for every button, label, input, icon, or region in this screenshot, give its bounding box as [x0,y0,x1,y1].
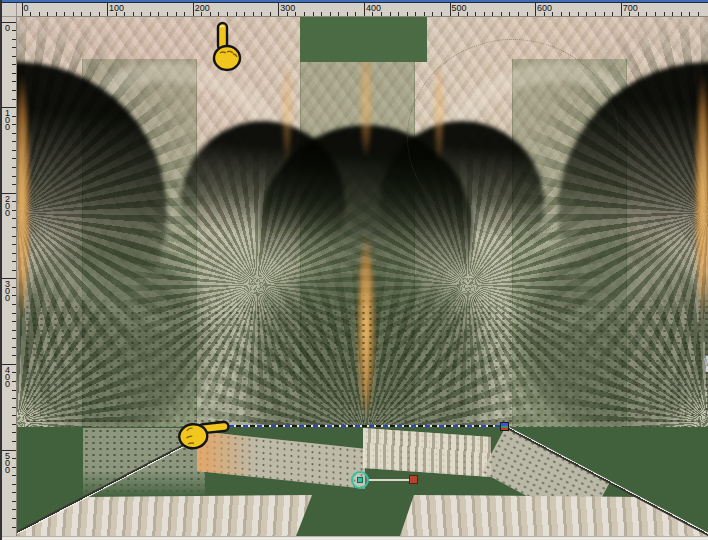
canvas-bottom-edge [2,536,708,540]
selection-remnant-dotted-circle [407,39,619,236]
horizontal-ruler[interactable]: 0100200300400500600700 [17,3,708,17]
pointing-hand-right-icon [175,412,234,454]
pick-tool-rotation-arm [369,479,411,481]
ruler-corner-box [2,3,17,17]
pick-tool-pivot-center [357,477,363,483]
art-solid-green-rect [300,17,427,62]
art-dither-dots-overlay [24,292,708,427]
pointing-hand-up-icon [206,21,246,73]
art-orange-streak [280,47,294,177]
image-canvas[interactable]: Pinuccia www.maidiregrafica.eu [17,17,708,536]
perspective-corner-handle-right[interactable] [500,422,509,431]
selection-marquee-top-edge [222,425,506,427]
vertical-ruler[interactable]: 01 0 02 0 03 0 04 0 05 0 0 [2,17,17,536]
pick-tool-rotation-handle[interactable] [409,475,418,484]
watermark-site: www.maidiregrafica.eu [704,354,708,368]
